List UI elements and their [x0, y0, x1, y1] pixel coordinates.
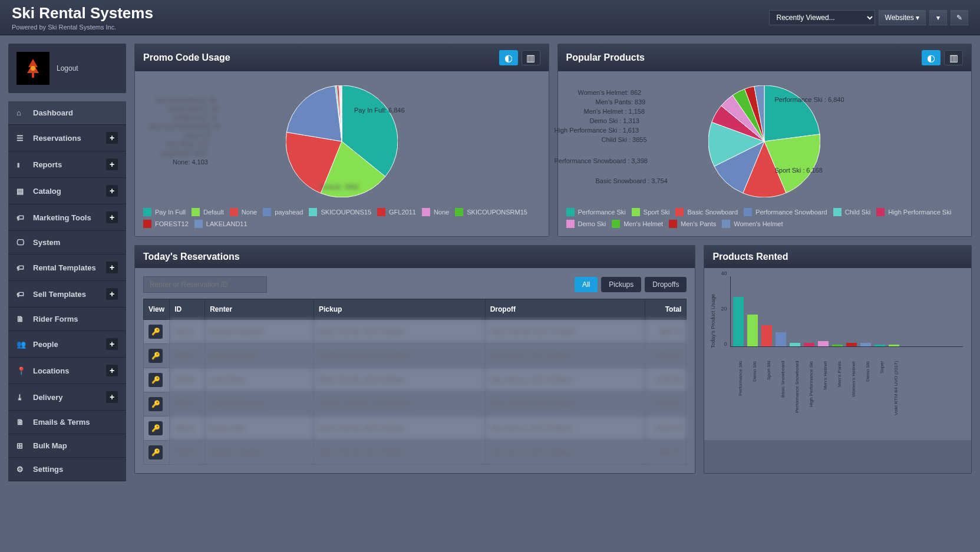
- cell-renter: Michael Gaineski: [205, 441, 314, 465]
- x-label: Performance Snowboard: [789, 361, 800, 432]
- edit-button[interactable]: ✎: [951, 10, 968, 25]
- sidebar-item-label: Catalog: [33, 187, 61, 196]
- view-button[interactable]: 🔑: [149, 373, 163, 387]
- recently-viewed-select[interactable]: Recently Viewed...: [769, 10, 875, 25]
- sidebar-item-settings[interactable]: ⚙Settings: [8, 458, 126, 481]
- table-row: 🔑 38407 guillermo blaha B Wed, Feb 08, 2…: [144, 344, 687, 368]
- bar-view-button[interactable]: ▥: [522, 50, 540, 65]
- sidebar-item-rental-templates[interactable]: 🏷Rental Templates+: [8, 254, 126, 281]
- col-id: ID: [170, 299, 205, 320]
- search-input[interactable]: [143, 276, 267, 293]
- pie-label: payahead: 3917: [161, 150, 207, 157]
- legend-swatch: [230, 208, 238, 216]
- y-tick: 0: [724, 341, 727, 347]
- sidebar-item-emails-terms[interactable]: 🗎Emails & Terms: [8, 411, 126, 434]
- bar: [776, 332, 786, 346]
- view-button[interactable]: 🔑: [149, 421, 163, 435]
- popular-legend: Performance SkiSport SkiBasic SnowboardP…: [566, 208, 963, 228]
- table-row: 🔑 38413 Rudie Little Wed, Feb 08, 2017 8…: [144, 417, 687, 441]
- sidebar-item-label: Reports: [33, 160, 62, 169]
- bar: [790, 343, 800, 346]
- view-button[interactable]: 🔑: [149, 397, 163, 411]
- view-button[interactable]: 🔑: [149, 325, 163, 339]
- legend-item: SKICOUPONSRM15: [455, 208, 527, 216]
- monitor-icon: 🖵: [17, 238, 27, 247]
- expand-button[interactable]: +: [106, 391, 118, 403]
- legend-item: Default: [192, 208, 224, 216]
- expand-button[interactable]: +: [106, 158, 118, 170]
- cell-dropoff: Wed, Feb 08, 2017 5:00pm: [485, 392, 645, 417]
- sidebar-item-system[interactable]: 🖵System: [8, 231, 126, 254]
- legend-label: Demo Ski: [578, 220, 606, 227]
- col-view: View: [144, 299, 170, 320]
- popular-panel: Popular Products ◐ ▥ Performance Ski : 6…: [557, 44, 972, 237]
- legend-swatch: [377, 208, 385, 216]
- view-button[interactable]: 🔑: [149, 349, 163, 363]
- cell-dropoff: Sat, Feb 11, 2017 5:00pm: [485, 417, 645, 441]
- pie-view-button[interactable]: ◐: [499, 50, 518, 65]
- expand-button[interactable]: +: [106, 262, 118, 273]
- sidebar-item-marketing-tools[interactable]: 🏷Marketing Tools+: [8, 204, 126, 231]
- list-icon: ☰: [17, 134, 27, 143]
- cell-pickup: B Wed, Feb 08, 2017 8:00am: [314, 344, 486, 368]
- dropdown-button[interactable]: ▾: [929, 10, 947, 25]
- pie-label: Performance Ski : 6,840: [775, 96, 844, 103]
- pie-label: Women's Helmet: 862: [578, 89, 642, 96]
- x-label: Men's Helmet: [817, 361, 828, 432]
- legend-swatch: [194, 220, 203, 228]
- expand-button[interactable]: +: [106, 185, 118, 197]
- rented-bar-chart: Today's Product Usage 02040: [712, 276, 963, 359]
- legend-swatch: [143, 220, 151, 228]
- legend-item: None: [422, 208, 449, 216]
- sidebar-item-dashboard[interactable]: ⌂Dashboard: [8, 101, 126, 125]
- chart-icon: ▥: [949, 52, 958, 64]
- legend-swatch: [309, 208, 317, 216]
- sidebar-item-reports[interactable]: ⫾Reports+: [8, 151, 126, 178]
- promo-legend: Pay In FullDefaultNonepayaheadSKICOUPONS…: [143, 208, 540, 228]
- sidebar-item-rider-forms[interactable]: 🗎Rider Forms: [8, 308, 126, 331]
- legend-label: Default: [203, 209, 224, 216]
- bar: [804, 343, 814, 346]
- sidebar-item-delivery[interactable]: ⤓Delivery+: [8, 384, 126, 411]
- pie-label: Sport Ski : 6,168: [775, 167, 823, 174]
- cell-renter: John Balko: [205, 368, 314, 392]
- sidebar-item-locations[interactable]: 📍Locations+: [8, 358, 126, 384]
- truck-icon: ⤓: [17, 393, 27, 402]
- legend-label: Basic Snowboard: [687, 209, 738, 216]
- filter-pickups[interactable]: Pickups: [601, 277, 641, 292]
- pie-view-button[interactable]: ◐: [922, 50, 941, 65]
- col-dropoff: Dropoff: [485, 299, 645, 320]
- view-button[interactable]: 🔑: [149, 445, 163, 460]
- filter-all[interactable]: All: [575, 277, 598, 292]
- pin-icon: 📍: [17, 366, 27, 375]
- cell-renter: Michael Gaineski: [205, 320, 314, 344]
- expand-button[interactable]: +: [106, 365, 118, 376]
- expand-button[interactable]: +: [106, 211, 118, 223]
- legend-label: FOREST12: [155, 220, 189, 227]
- logout-link[interactable]: Logout: [57, 64, 78, 72]
- bar: [761, 325, 772, 346]
- sidebar-item-bulk-map[interactable]: ⊞Bulk Map: [8, 434, 126, 458]
- y-tick: 20: [721, 306, 727, 312]
- sidebar-item-people[interactable]: 👥People+: [8, 331, 126, 358]
- bar-view-button[interactable]: ▥: [944, 50, 963, 65]
- sidebar-item-reservations[interactable]: ☰Reservations+: [8, 125, 126, 151]
- reservations-table: ViewIDRenterPickupDropoffTotal 🔑 38412 M…: [143, 299, 687, 465]
- x-label: Sport Ski: [761, 361, 771, 432]
- expand-button[interactable]: +: [106, 338, 118, 350]
- sidebar-item-catalog[interactable]: ▤Catalog+: [8, 178, 126, 204]
- bar: [818, 341, 829, 346]
- filter-dropoffs[interactable]: Dropoffs: [645, 277, 687, 292]
- legend-label: Men's Helmet: [623, 220, 663, 227]
- sidebar-item-sell-templates[interactable]: 🏷Sell Templates+: [8, 281, 126, 308]
- pie-label: SKICOUPONSRM15: 34: [149, 123, 220, 130]
- promo-panel: Promo Code Usage ◐ ▥ Pay In Full: 6,846D…: [134, 44, 549, 237]
- expand-button[interactable]: +: [106, 132, 118, 144]
- legend-swatch: [566, 208, 575, 216]
- table-row: 🔑 38411 Gilberfo Beamont B Wed, Feb 08, …: [144, 392, 687, 417]
- legend-item: SKICOUPONS15: [309, 208, 371, 216]
- legend-item: Performance Ski: [566, 208, 626, 216]
- expand-button[interactable]: +: [106, 288, 118, 300]
- cell-id: 38412: [170, 320, 205, 344]
- websites-button[interactable]: Websites ▾: [879, 10, 926, 25]
